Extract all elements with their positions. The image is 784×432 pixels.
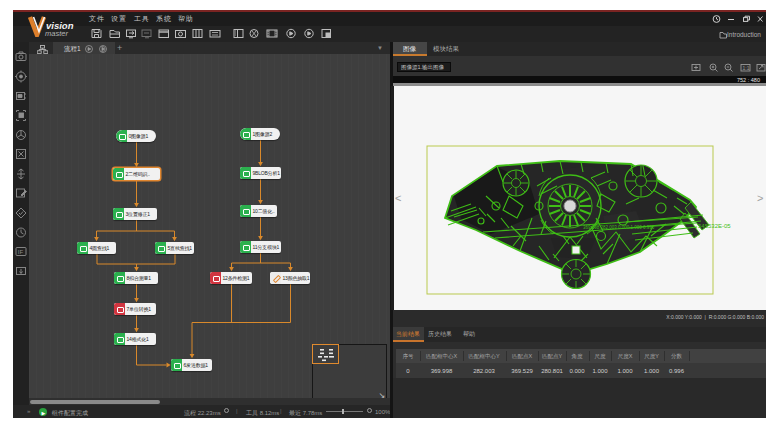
svg-text:>: > <box>757 192 763 204</box>
svg-text:545532E-05: 545532E-05 <box>698 223 731 229</box>
svg-text:IF: IF <box>18 249 24 255</box>
svg-text:<: < <box>395 192 401 204</box>
svg-text:1:1: 1:1 <box>743 64 750 70</box>
svg-text:369.998 282.003 0.000 1.000: 369.998 282.003 0.000 1.000 0.996 <box>583 225 655 230</box>
